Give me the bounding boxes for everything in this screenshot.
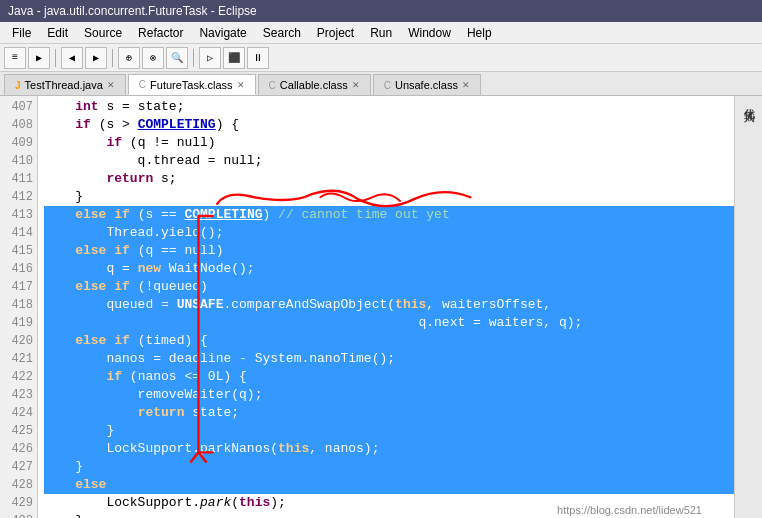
tab-unsafe[interactable]: C Unsafe.class ✕ (373, 74, 481, 95)
line-num-428: 428 (0, 476, 33, 494)
line-num-419: 419 (0, 314, 33, 332)
line-num-427: 427 (0, 458, 33, 476)
line-num-415: 415 (0, 242, 33, 260)
line-num-414: 414 (0, 224, 33, 242)
code-line-410: q.thread = null; (44, 152, 734, 170)
toolbar-sep-3 (193, 49, 194, 67)
toolbar-btn-3[interactable]: ◀ (61, 47, 83, 69)
tab-bar: J TestThread.java ✕ C FutureTask.class ✕… (0, 72, 762, 96)
code-line-424: return state; (44, 404, 734, 422)
menu-item-navigate[interactable]: Navigate (191, 24, 254, 42)
right-panel: 优化 输入 (734, 96, 762, 518)
toolbar-btn-10[interactable]: ⏸ (247, 47, 269, 69)
tab-label-futuretask: FutureTask.class (150, 79, 233, 91)
line-num-426: 426 (0, 440, 33, 458)
line-num-421: 421 (0, 350, 33, 368)
code-line-426: LockSupport.parkNanos(this, nanos); (44, 440, 734, 458)
line-num-413: 413 (0, 206, 33, 224)
line-num-422: 422 (0, 368, 33, 386)
menu-item-source[interactable]: Source (76, 24, 130, 42)
tab-close-futuretask[interactable]: ✕ (237, 80, 245, 90)
menu-bar: FileEditSourceRefactorNavigateSearchProj… (0, 22, 762, 44)
toolbar-btn-6[interactable]: ⊗ (142, 47, 164, 69)
toolbar-btn-5[interactable]: ⊕ (118, 47, 140, 69)
tab-icon-futuretask: C (139, 79, 146, 90)
code-line-414: Thread.yield(); (44, 224, 734, 242)
code-line-416: q = new WaitNode(); (44, 260, 734, 278)
toolbar-sep-1 (55, 49, 56, 67)
menu-item-project[interactable]: Project (309, 24, 362, 42)
tab-testthread[interactable]: J TestThread.java ✕ (4, 74, 126, 95)
line-num-424: 424 (0, 404, 33, 422)
code-line-419: q.next = waiters, q); (44, 314, 734, 332)
tab-icon-testthread: J (15, 80, 21, 91)
watermark: https://blog.csdn.net/lidew521 (557, 504, 702, 516)
code-line-412: } (44, 188, 734, 206)
code-line-407: int s = state; (44, 98, 734, 116)
tab-label-testthread: TestThread.java (25, 79, 103, 91)
line-num-417: 417 (0, 278, 33, 296)
line-num-411: 411 (0, 170, 33, 188)
menu-item-refactor[interactable]: Refactor (130, 24, 191, 42)
toolbar-btn-4[interactable]: ▶ (85, 47, 107, 69)
tab-icon-unsafe: C (384, 80, 391, 91)
line-num-425: 425 (0, 422, 33, 440)
menu-item-file[interactable]: File (4, 24, 39, 42)
tab-close-testthread[interactable]: ✕ (107, 80, 115, 90)
code-area[interactable]: int s = state; if (s > COMPLETING) { if … (38, 96, 734, 518)
line-num-430: 430 (0, 512, 33, 518)
toolbar-btn-8[interactable]: ▷ (199, 47, 221, 69)
toolbar: ≡ ▶ ◀ ▶ ⊕ ⊗ 🔍 ▷ ⬛ ⏸ (0, 44, 762, 72)
code-line-409: if (q != null) (44, 134, 734, 152)
line-num-429: 429 (0, 494, 33, 512)
tab-close-unsafe[interactable]: ✕ (462, 80, 470, 90)
title-bar: Java - java.util.concurrent.FutureTask -… (0, 0, 762, 22)
code-line-411: return s; (44, 170, 734, 188)
code-line-408: if (s > COMPLETING) { (44, 116, 734, 134)
menu-item-help[interactable]: Help (459, 24, 500, 42)
code-line-417: else if (!queued) (44, 278, 734, 296)
toolbar-btn-2[interactable]: ▶ (28, 47, 50, 69)
code-line-421: nanos = deadline - System.nanoTime(); (44, 350, 734, 368)
line-num-409: 409 (0, 134, 33, 152)
line-num-423: 423 (0, 386, 33, 404)
tab-close-callable[interactable]: ✕ (352, 80, 360, 90)
code-line-418: queued = UNSAFE.compareAndSwapObject(thi… (44, 296, 734, 314)
code-line-413: else if (s == COMPLETING) // cannot time… (44, 206, 734, 224)
code-line-425: } (44, 422, 734, 440)
code-line-427: } (44, 458, 734, 476)
code-line-423: removeWaiter(q); (44, 386, 734, 404)
main-area: 4074084094104114124134144154164174184194… (0, 96, 762, 518)
line-num-416: 416 (0, 260, 33, 278)
line-num-408: 408 (0, 116, 33, 134)
tab-label-callable: Callable.class (280, 79, 348, 91)
menu-item-search[interactable]: Search (255, 24, 309, 42)
code-line-420: else if (timed) { (44, 332, 734, 350)
menu-item-edit[interactable]: Edit (39, 24, 76, 42)
tab-icon-callable: C (269, 80, 276, 91)
menu-item-window[interactable]: Window (400, 24, 459, 42)
toolbar-btn-9[interactable]: ⬛ (223, 47, 245, 69)
code-line-428: else (44, 476, 734, 494)
menu-item-run[interactable]: Run (362, 24, 400, 42)
line-num-407: 407 (0, 98, 33, 116)
tab-futuretask[interactable]: C FutureTask.class ✕ (128, 74, 256, 95)
tab-callable[interactable]: C Callable.class ✕ (258, 74, 371, 95)
code-line-422: if (nanos <= 0L) { (44, 368, 734, 386)
code-line-415: else if (q == null) (44, 242, 734, 260)
line-numbers: 4074084094104114124134144154164174184194… (0, 96, 38, 518)
line-num-420: 420 (0, 332, 33, 350)
title-text: Java - java.util.concurrent.FutureTask -… (8, 4, 257, 18)
toolbar-sep-2 (112, 49, 113, 67)
toolbar-btn-7[interactable]: 🔍 (166, 47, 188, 69)
tab-label-unsafe: Unsafe.class (395, 79, 458, 91)
toolbar-btn-1[interactable]: ≡ (4, 47, 26, 69)
line-num-410: 410 (0, 152, 33, 170)
line-num-412: 412 (0, 188, 33, 206)
line-num-418: 418 (0, 296, 33, 314)
